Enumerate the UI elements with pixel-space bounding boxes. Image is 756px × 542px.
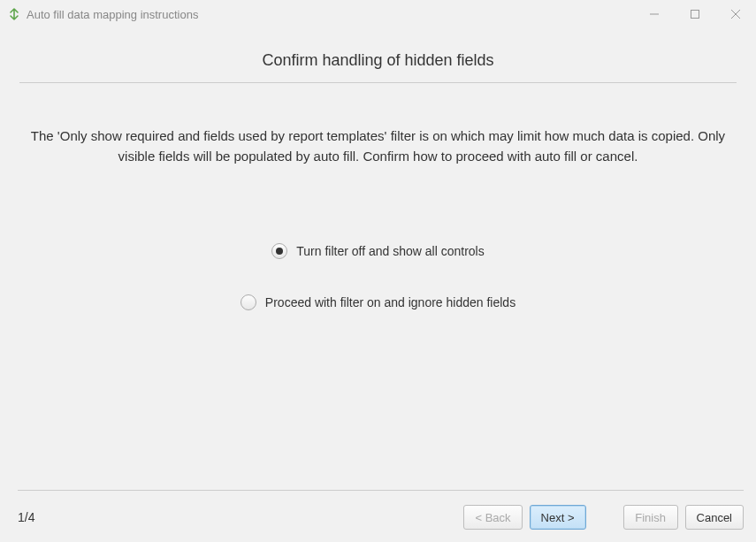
finish-button[interactable]: Finish	[623, 505, 678, 530]
cancel-button[interactable]: Cancel	[685, 505, 744, 530]
window-controls	[634, 0, 756, 28]
window-title: Auto fill data mapping instructions	[27, 8, 634, 21]
page-description: The 'Only show required and fields used …	[19, 126, 737, 167]
radio-icon	[271, 243, 287, 259]
next-button[interactable]: Next >	[530, 505, 586, 530]
back-button[interactable]: < Back	[463, 505, 522, 530]
title-divider	[19, 82, 737, 83]
page-indicator: 1/4	[18, 510, 456, 524]
titlebar: Auto fill data mapping instructions	[0, 0, 756, 28]
app-icon	[7, 7, 21, 21]
radio-icon	[241, 294, 256, 310]
option-filter-on[interactable]: Proceed with filter on and ignore hidden…	[241, 294, 515, 310]
footer: 1/4 < Back Next > Finish Cancel	[0, 490, 756, 542]
footer-row: 1/4 < Back Next > Finish Cancel	[18, 505, 744, 530]
content-area: Confirm handling of hidden fields The 'O…	[0, 28, 756, 490]
option-label: Turn filter off and show all controls	[296, 244, 484, 258]
minimize-button[interactable]	[634, 0, 675, 28]
svg-rect-1	[691, 11, 699, 19]
close-button[interactable]	[715, 0, 756, 28]
footer-divider	[18, 490, 744, 491]
options-group: Turn filter off and show all controls Pr…	[19, 243, 737, 310]
option-label: Proceed with filter on and ignore hidden…	[265, 295, 515, 309]
maximize-button[interactable]	[675, 0, 715, 28]
option-filter-off[interactable]: Turn filter off and show all controls	[271, 243, 484, 259]
page-title: Confirm handling of hidden fields	[19, 51, 737, 70]
